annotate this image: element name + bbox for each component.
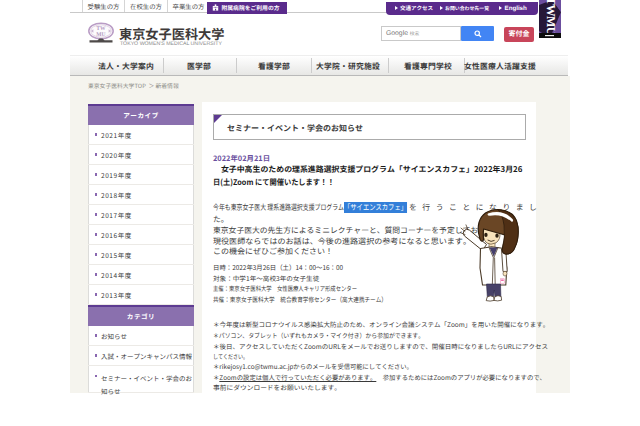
svg-text:MU: MU	[96, 32, 105, 38]
svg-text:TWMU: TWMU	[544, 0, 558, 36]
